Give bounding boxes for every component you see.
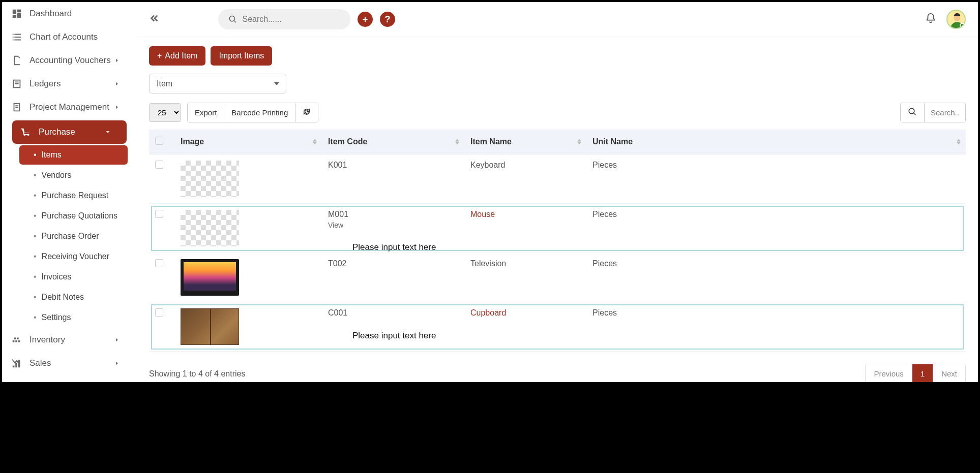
export-button[interactable]: Export	[188, 103, 224, 122]
showing-text: Showing 1 to 4 of 4 entries	[149, 369, 245, 379]
notifications-button[interactable]	[925, 13, 936, 26]
sub-label: Settings	[42, 313, 71, 322]
page-size-select[interactable]: 25	[149, 103, 181, 122]
add-item-button[interactable]: + Add Item	[149, 46, 205, 66]
sidebar: Dashboard Chart of Accounts Accounting V…	[2, 2, 137, 382]
boxes-icon	[11, 334, 22, 345]
col-label: Unit Name	[592, 137, 633, 146]
item-thumbnail	[181, 210, 239, 246]
row-checkbox[interactable]	[155, 259, 163, 267]
search-icon	[908, 107, 917, 116]
sub-receiving-voucher[interactable]: Receiving Voucher	[19, 247, 128, 266]
sort-icon	[313, 139, 317, 145]
view-link[interactable]: View	[328, 221, 458, 229]
table-search-button[interactable]	[901, 103, 925, 122]
refresh-button[interactable]	[295, 103, 318, 122]
nav-label: Accounting Vouchers	[29, 55, 111, 66]
nav-project[interactable]: Project Management	[2, 96, 137, 119]
table-row[interactable]: T002TelevisionPieces	[149, 253, 966, 302]
user-avatar[interactable]	[946, 10, 966, 29]
nav-purchase[interactable]: Purchase	[12, 120, 127, 144]
sub-invoices[interactable]: Invoices	[19, 267, 128, 287]
chevron-down-icon	[104, 129, 111, 136]
overlay-text: Please input text here	[352, 242, 436, 253]
nav-sales[interactable]: Sales	[2, 352, 137, 375]
sub-vendors[interactable]: Vendors	[19, 166, 128, 185]
row-checkbox[interactable]	[155, 210, 163, 218]
avatar-icon	[947, 11, 966, 29]
purchase-submenu: Items Vendors Purchase Request Purchase …	[2, 145, 137, 327]
unit-name: Pieces	[586, 302, 966, 352]
nav-label: Inventory	[29, 335, 65, 345]
row-checkbox[interactable]	[155, 161, 163, 169]
book-icon	[11, 78, 22, 89]
sub-label: Purchase Order	[42, 232, 99, 241]
item-code: C001	[328, 308, 458, 318]
table-row[interactable]: M001ViewPlease input text hereMousePiece…	[149, 204, 966, 253]
col-item-name[interactable]: Item Name	[464, 130, 586, 154]
import-items-button[interactable]: Import Items	[211, 46, 272, 66]
table-search-input[interactable]	[925, 103, 965, 122]
nav-ledgers[interactable]: Ledgers	[2, 72, 137, 96]
items-table: Image Item Code Item Name Unit Name K001…	[149, 130, 966, 352]
nav-vouchers[interactable]: Accounting Vouchers	[2, 49, 137, 72]
prev-button[interactable]: Previous	[866, 364, 912, 382]
sub-label: Purchase Request	[42, 191, 109, 200]
col-unit-name[interactable]: Unit Name	[586, 130, 966, 154]
col-item-code[interactable]: Item Code	[322, 130, 464, 154]
item-name: Television	[464, 253, 586, 302]
nav-label: Purchase	[39, 127, 75, 137]
chevron-right-icon	[113, 336, 121, 343]
page-1-button[interactable]: 1	[912, 364, 933, 382]
content: + Add Item Import Items Item 25 Export	[137, 37, 978, 382]
col-label: Item Code	[328, 137, 367, 146]
nav-label: Sales	[29, 358, 51, 368]
col-label: Image	[181, 137, 204, 146]
global-search[interactable]	[218, 9, 350, 29]
next-button[interactable]: Next	[933, 364, 965, 382]
overlay-text: Please input text here	[352, 331, 436, 341]
nav-chart-accounts[interactable]: Chart of Accounts	[2, 25, 137, 49]
unit-name: Pieces	[586, 154, 966, 204]
sort-icon	[577, 139, 581, 145]
nav-dashboard[interactable]: Dashboard	[2, 2, 137, 25]
item-code: K001	[328, 161, 458, 170]
help-button[interactable]: ?	[380, 12, 395, 27]
pagination: Previous 1 Next	[865, 364, 966, 382]
sub-debit-notes[interactable]: Debit Notes	[19, 288, 128, 307]
chart-icon	[11, 358, 22, 369]
nav-label: Ledgers	[29, 79, 61, 89]
sub-purchase-request[interactable]: Purchase Request	[19, 186, 128, 205]
topbar: + ?	[137, 2, 978, 37]
item-code: T002	[328, 259, 458, 268]
item-name: Mouse	[464, 204, 586, 253]
sub-purchase-quotations[interactable]: Purchase Quotations	[19, 206, 128, 226]
row-checkbox[interactable]	[155, 308, 163, 317]
sort-icon	[455, 139, 459, 145]
status-dot	[960, 23, 965, 28]
sub-items[interactable]: Items	[19, 145, 128, 165]
col-image[interactable]: Image	[174, 130, 322, 154]
double-chevron-left-icon	[149, 13, 160, 24]
add-button[interactable]: +	[358, 12, 373, 27]
select-all-checkbox[interactable]	[155, 137, 163, 145]
search-input[interactable]	[243, 15, 341, 24]
sub-settings[interactable]: Settings	[19, 308, 128, 327]
item-filter-select[interactable]: Item	[149, 74, 286, 93]
item-name: Cupboard	[464, 302, 586, 352]
plus-icon: +	[157, 51, 162, 60]
item-code: M001	[328, 210, 458, 219]
sub-label: Purchase Quotations	[42, 211, 117, 220]
collapse-sidebar-button[interactable]	[149, 13, 160, 26]
col-checkbox[interactable]	[149, 130, 174, 154]
chevron-right-icon	[113, 80, 121, 87]
nav-inventory[interactable]: Inventory	[2, 328, 137, 352]
barcode-printing-button[interactable]: Barcode Printing	[224, 103, 295, 122]
sort-icon	[957, 139, 961, 145]
unit-name: Pieces	[586, 204, 966, 253]
sub-purchase-order[interactable]: Purchase Order	[19, 227, 128, 246]
table-row[interactable]: K001KeyboardPieces	[149, 154, 966, 204]
main-area: + ? + Add Item Import Items	[137, 2, 978, 382]
chevron-right-icon	[113, 57, 121, 64]
table-row[interactable]: C001Please input text hereCupboardPieces	[149, 302, 966, 352]
